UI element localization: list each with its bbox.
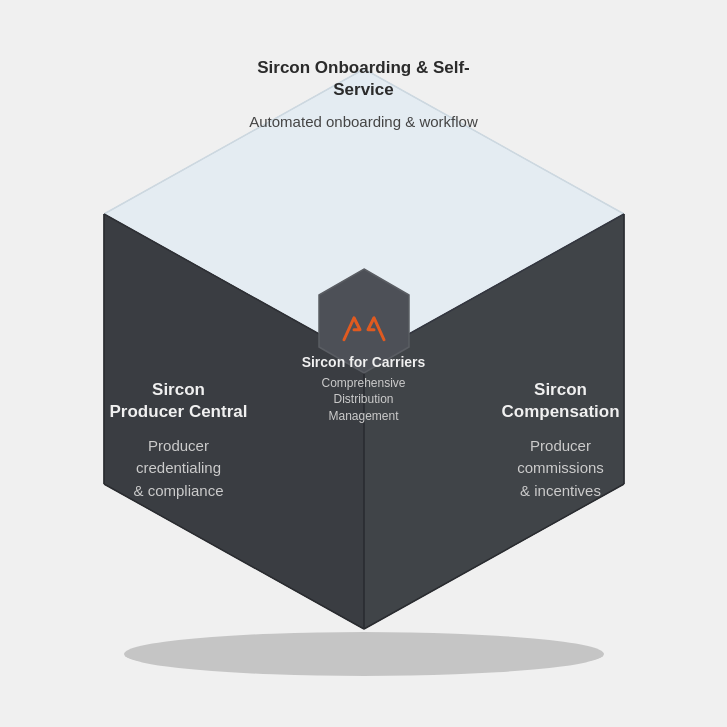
cube-diagram: Sircon Onboarding & Self-Service Automat…: [54, 39, 674, 689]
svg-point-0: [124, 632, 604, 676]
